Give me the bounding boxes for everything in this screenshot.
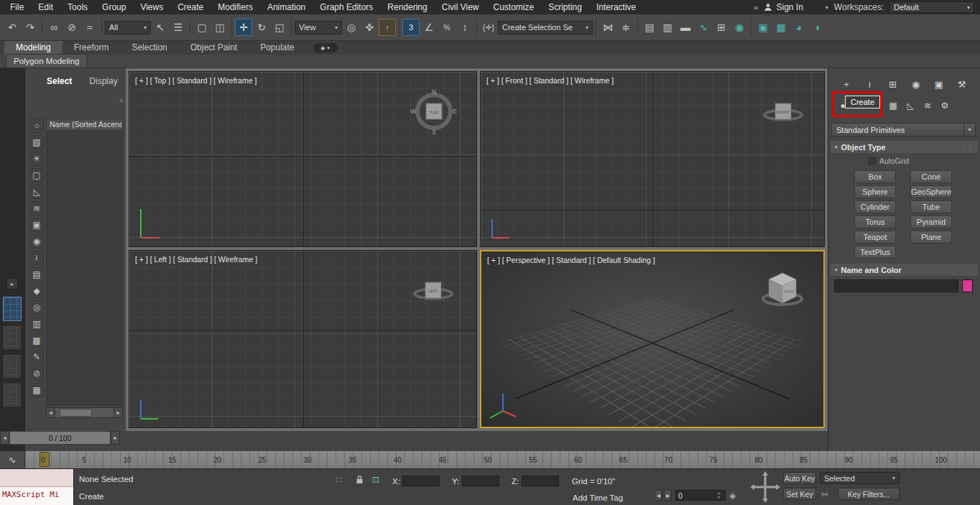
tab-utilities-icon[interactable]: ⚒ [954, 76, 970, 92]
select-and-manipulate-icon[interactable]: ✜ [361, 19, 378, 36]
align-icon[interactable]: ≑ [617, 19, 634, 36]
select-and-link-icon[interactable]: ∞ [45, 19, 63, 36]
name-color-rollout-header[interactable]: ▾ Name and Color [831, 264, 978, 276]
render-setup-icon[interactable]: ▣ [754, 19, 772, 36]
bind-to-space-warp-icon[interactable]: ≈ [81, 19, 98, 36]
menu-rendering[interactable]: Rendering [380, 0, 434, 14]
transform-typein-icon[interactable]: ∷ [336, 475, 342, 485]
z-coordinate-field[interactable] [522, 476, 559, 486]
primitive-category-dropdown[interactable]: Standard Primitives ▾ [831, 123, 976, 136]
menu-modifiers[interactable]: Modifiers [211, 0, 260, 14]
frame-step-back-icon[interactable]: ◀ [655, 490, 662, 501]
mini-curve-editor-icon[interactable]: ∿ [0, 451, 25, 468]
geosphere-button[interactable]: GeoSphere [910, 185, 952, 198]
cylinder-button[interactable]: Cylinder [854, 200, 896, 213]
compass-north-label[interactable]: N [432, 88, 436, 96]
filter-lights-icon[interactable]: ☀ [29, 152, 44, 166]
filter-geometry-icon[interactable]: ▧ [29, 135, 44, 149]
tab-select[interactable]: Select [47, 76, 72, 86]
textplus-button[interactable]: TextPlus [854, 246, 896, 259]
sign-in-button[interactable]: Sign In ▾ [764, 2, 828, 12]
redo-icon[interactable]: ↷ [22, 19, 39, 36]
layout-tab[interactable] [3, 325, 22, 350]
toggle-layer-explorer-icon[interactable]: ▥ [659, 19, 676, 36]
scrollbar-thumb[interactable] [60, 409, 92, 417]
viewcube-perspective[interactable]: FRONT [756, 264, 809, 315]
viewport-left[interactable]: [ + ] [ Left ] [ Standard ] [ Wireframe … [129, 250, 477, 428]
ribbon-tab-populate[interactable]: Populate [249, 41, 305, 55]
absolute-mode-icon[interactable]: ⊡ [372, 475, 379, 485]
rendered-frame-window-icon[interactable]: ▦ [772, 19, 790, 36]
filter-containers-icon[interactable]: ◎ [29, 300, 44, 315]
select-by-name-icon[interactable]: ☰ [170, 19, 187, 36]
edit-named-selection-icon[interactable]: {✛} [480, 19, 497, 36]
next-frame-icon[interactable]: ▸ [111, 431, 120, 445]
curve-editor-icon[interactable]: ∿ [695, 19, 712, 36]
explorer-name-column-header[interactable]: Name (Sorted Ascend [46, 119, 123, 131]
x-coordinate-field[interactable] [402, 476, 440, 486]
auto-key-button[interactable]: Auto Key [783, 472, 816, 484]
filter-hidden-icon[interactable]: ⊘ [29, 366, 44, 381]
ribbon-tab-freeform[interactable]: Freeform [63, 41, 121, 55]
explorer-object-list[interactable] [46, 131, 123, 405]
pyramid-button[interactable]: Pyramid [910, 216, 952, 228]
ribbon-config-dropdown[interactable]: ◉ ▾ [313, 43, 338, 52]
y-coordinate-field[interactable] [462, 476, 499, 486]
ribbon-tab-selection[interactable]: Selection [120, 41, 178, 55]
render-iterative-icon[interactable]: ◑ [808, 19, 826, 36]
filter-spacewarps-icon[interactable]: ≋ [29, 201, 44, 216]
ribbon-tab-modeling[interactable]: Modeling [4, 41, 63, 55]
object-type-rollout-header[interactable]: ▾ Object Type ⋮⋮ [831, 141, 978, 153]
spinner-down-icon[interactable]: ▼ [717, 496, 721, 499]
menu-graph-editors[interactable]: Graph Editors [313, 0, 380, 14]
compass-south-label[interactable]: S [432, 129, 436, 136]
snap-toggle-3d-icon[interactable]: 3 [402, 19, 420, 36]
box-button[interactable]: Box [854, 170, 896, 183]
percent-snap-icon[interactable]: % [438, 19, 456, 36]
key-mode-toggle-icon[interactable]: ◈ [729, 491, 736, 501]
menu-file[interactable]: File [3, 0, 31, 14]
menu-views[interactable]: Views [133, 0, 170, 14]
tab-motion-icon[interactable]: ◉ [908, 76, 924, 92]
previous-frame-icon[interactable]: ◂ [0, 431, 9, 445]
viewport-top-label[interactable]: [ + ] [ Top ] [ Standard ] [ Wireframe ] [135, 76, 256, 85]
menu-create[interactable]: Create [170, 0, 211, 14]
material-editor-icon[interactable]: ◉ [731, 19, 748, 36]
time-slider-track[interactable]: 0 / 100 [9, 431, 111, 445]
torus-button[interactable]: Torus [854, 216, 896, 228]
category-helpers-icon[interactable]: ◺ [903, 98, 917, 113]
filter-materials-icon[interactable]: ▩ [29, 333, 44, 348]
category-systems-icon[interactable]: ⚙ [938, 98, 952, 113]
spinner-snap-icon[interactable]: ↕ [456, 19, 473, 36]
filter-frozen-icon[interactable]: ▦ [29, 383, 44, 397]
viewport-perspective-label[interactable]: [ + ] [ Perspective ] [ Standard ] [ Def… [487, 256, 655, 264]
layout-tab[interactable] [3, 354, 22, 379]
viewcube-front[interactable]: FRONT [758, 86, 808, 136]
category-cameras-icon[interactable]: ▦ [886, 98, 900, 113]
angle-snap-icon[interactable]: ∠ [420, 19, 438, 36]
mirror-icon[interactable]: ⋈ [599, 19, 616, 36]
filter-all-icon[interactable]: ○ [29, 119, 44, 133]
viewport-left-label[interactable]: [ + ] [ Left ] [ Standard ] [ Wireframe … [135, 255, 257, 264]
set-key-button[interactable]: Set Key [783, 488, 816, 500]
select-and-scale-icon[interactable]: ◱ [271, 19, 288, 36]
selection-set-dropdown[interactable]: Selected ▾ [820, 472, 900, 484]
frame-spinner[interactable]: ▲ ▼ [717, 490, 721, 501]
maxscript-mini-listener[interactable]: MAXScript Mi [0, 469, 74, 505]
menu-tools[interactable]: Tools [60, 0, 95, 14]
select-and-move-icon[interactable]: ✛ [235, 19, 252, 36]
tab-hierarchy-icon[interactable]: ⊞ [884, 76, 900, 92]
filter-bones-icon[interactable]: ≀ [29, 251, 44, 265]
render-production-icon[interactable]: ◕ [790, 19, 808, 36]
viewport-top[interactable]: [ + ] [ Top ] [ Standard ] [ Wireframe ]… [129, 71, 477, 247]
layout-tab-active[interactable] [3, 297, 22, 321]
panel-overflow-icon[interactable]: » [119, 97, 123, 104]
menu-civil-view[interactable]: Civil View [435, 0, 486, 14]
unlink-selection-icon[interactable]: ⊘ [63, 19, 80, 36]
filter-groups-icon[interactable]: ▤ [29, 267, 44, 282]
reference-coordinate-dropdown[interactable]: View ▾ [295, 21, 342, 34]
object-name-field[interactable] [834, 279, 958, 292]
filter-shapes-icon[interactable]: ▣ [29, 218, 44, 232]
time-slider[interactable]: ◂ 0 / 100 ▸ [0, 431, 120, 445]
tab-create-icon[interactable]: + [838, 76, 854, 92]
